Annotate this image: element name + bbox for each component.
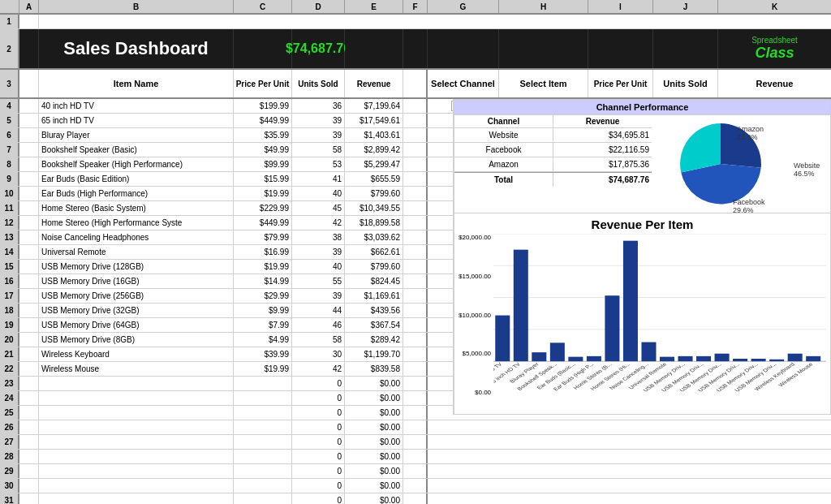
bar-16 bbox=[788, 354, 803, 361]
title-col-a bbox=[19, 29, 39, 68]
y-label-0: $20,000.00 bbox=[459, 234, 491, 241]
bar-label-17: Wireless Mouse bbox=[777, 362, 814, 388]
revenue-19: $367.54 bbox=[345, 318, 403, 332]
row-28: 28 0 $0.00 bbox=[0, 450, 831, 464]
bar-7 bbox=[623, 241, 638, 362]
total-revenue-cell: $74,687.76 bbox=[292, 29, 345, 68]
row-num-10: 10 bbox=[0, 187, 19, 200]
units-22: 42 bbox=[292, 362, 345, 376]
row-30: 30 0 $0.00 bbox=[0, 479, 831, 493]
empty-rev-31: $0.00 bbox=[345, 493, 403, 504]
bar-17 bbox=[806, 356, 820, 361]
row-num-3: 3 bbox=[0, 70, 19, 97]
col-header-g: G bbox=[428, 0, 499, 13]
empty-rev-30: $0.00 bbox=[345, 479, 403, 493]
item-name-7: Bookshelf Speaker (Basic) bbox=[39, 143, 234, 157]
ch-total-row: Total $74,687.76 bbox=[454, 172, 652, 187]
brand-line2: Class bbox=[755, 45, 794, 62]
empty-rev-26: $0.00 bbox=[345, 420, 403, 434]
column-headers: A B C D E F G H I J K bbox=[0, 0, 831, 15]
units-15: 40 bbox=[292, 260, 345, 274]
revenue-7: $2,899.42 bbox=[345, 143, 403, 157]
pie-amazon-pct: 23.9% bbox=[737, 133, 758, 141]
price-15: $19.99 bbox=[234, 260, 292, 274]
y-label-2: $10,000.00 bbox=[459, 312, 491, 319]
item-name-19: USB Memory Drive (64GB) bbox=[39, 318, 234, 332]
y-label-1: $15,000.00 bbox=[459, 273, 491, 280]
col-header-k: K bbox=[718, 0, 831, 13]
pie-facebook-label: Facebook bbox=[733, 198, 765, 206]
units-19: 46 bbox=[292, 318, 345, 332]
ch-amazon-name: Amazon bbox=[454, 157, 553, 171]
header-revenue2: Revenue bbox=[718, 70, 831, 97]
revenue-18: $439.56 bbox=[345, 304, 403, 317]
empty-units-31: 0 bbox=[292, 493, 345, 504]
ch-total-rev: $74,687.76 bbox=[553, 173, 652, 187]
revenue-11: $10,349.55 bbox=[345, 201, 403, 215]
revenue-14: $662.61 bbox=[345, 245, 403, 259]
title-col-g bbox=[428, 29, 499, 68]
item-name-13: Noise Canceling Headphones bbox=[39, 230, 234, 244]
price-21: $39.99 bbox=[234, 347, 292, 361]
bar-2 bbox=[532, 352, 546, 361]
dashboard-title: Sales Dashboard bbox=[63, 38, 209, 59]
empty-units-26: 0 bbox=[292, 420, 345, 434]
dashboard-title-cell: Sales Dashboard bbox=[39, 29, 234, 68]
col-header-i: I bbox=[588, 0, 653, 13]
item-name-14: Universal Remote bbox=[39, 245, 234, 259]
bar-6 bbox=[605, 295, 619, 361]
units-6: 39 bbox=[292, 128, 345, 142]
revenue-16: $824.45 bbox=[345, 274, 403, 288]
channel-performance-panel: Channel Performance Channel Revenue Webs… bbox=[454, 99, 831, 213]
ch-total-label: Total bbox=[454, 173, 553, 187]
y-label-3: $5,000.00 bbox=[462, 350, 491, 357]
revenue-20: $289.42 bbox=[345, 333, 403, 347]
bar-15 bbox=[769, 360, 784, 361]
empty-units-24: 0 bbox=[292, 391, 345, 405]
bar-12 bbox=[715, 354, 730, 361]
row-31: 31 0 $0.00 bbox=[0, 493, 831, 504]
col-header-j: J bbox=[653, 0, 718, 13]
brand-cell: Spreadsheet Class bbox=[718, 29, 831, 68]
item-name-12: Home Stereo (High Performance Syste bbox=[39, 216, 234, 230]
row-27: 27 0 $0.00 bbox=[0, 435, 831, 450]
y-axis: $20,000.00 $15,000.00 $10,000.00 $5,000.… bbox=[459, 234, 493, 396]
units-21: 30 bbox=[292, 347, 345, 361]
pie-website-label: Website bbox=[794, 162, 820, 170]
price-10: $19.99 bbox=[234, 187, 292, 200]
empty-units-25: 0 bbox=[292, 406, 345, 420]
bar-9 bbox=[660, 357, 674, 362]
revenue-5: $17,549.61 bbox=[345, 114, 403, 127]
units-18: 44 bbox=[292, 304, 345, 317]
bar-11 bbox=[696, 356, 711, 361]
bar-1 bbox=[514, 250, 528, 362]
price-cell-1: $199.99 bbox=[234, 99, 292, 113]
bar-chart-content: $20,000.00 $15,000.00 $10,000.00 $5,000.… bbox=[459, 234, 826, 414]
units-13: 38 bbox=[292, 230, 345, 244]
empty-rev-24: $0.00 bbox=[345, 391, 403, 405]
row-3-headers: 3 Item Name Price Per Unit Units Sold Re… bbox=[0, 70, 831, 99]
row-num-6: 6 bbox=[0, 128, 19, 142]
item-name-5: 65 inch HD TV bbox=[39, 114, 234, 127]
revenue-22: $839.58 bbox=[345, 362, 403, 376]
bar-10 bbox=[678, 356, 693, 361]
item-name-cell-1: 40 inch HD TV bbox=[39, 99, 234, 113]
empty-units-23: 0 bbox=[292, 377, 345, 390]
ch-header-row: Channel Revenue bbox=[454, 115, 652, 128]
title-col-i bbox=[588, 29, 653, 68]
row-num-4: 4 bbox=[0, 99, 19, 113]
empty-rev-29: $0.00 bbox=[345, 464, 403, 478]
row-num-23: 23 bbox=[0, 377, 19, 390]
revenue-9: $655.59 bbox=[345, 172, 403, 186]
price-17: $29.99 bbox=[234, 289, 292, 303]
revenue-15: $799.60 bbox=[345, 260, 403, 274]
price-20: $4.99 bbox=[234, 333, 292, 347]
ch-website-name: Website bbox=[454, 128, 553, 142]
ch-facebook-name: Facebook bbox=[454, 143, 553, 157]
col-header-e: E bbox=[345, 0, 403, 13]
row-num-8: 8 bbox=[0, 157, 19, 171]
row-num-19: 19 bbox=[0, 318, 19, 332]
col-header-b: B bbox=[39, 0, 234, 13]
row-num-12: 12 bbox=[0, 216, 19, 230]
item-name-16: USB Memory Drive (16GB) bbox=[39, 274, 234, 288]
